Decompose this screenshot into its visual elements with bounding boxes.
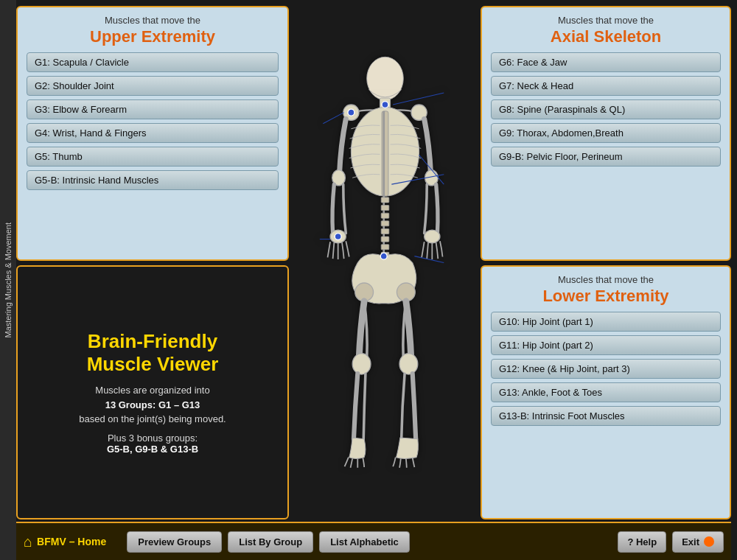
home-label: BFMV – Home xyxy=(37,536,106,547)
group-button-g1[interactable]: G1: Scapula / Clavicle xyxy=(27,52,279,72)
group-button-g2[interactable]: G2: Shoulder Joint xyxy=(27,76,279,96)
home-icon: ⌂ xyxy=(24,533,32,550)
svg-rect-5 xyxy=(381,206,389,211)
svg-rect-10 xyxy=(381,245,389,250)
skeleton-wrapper xyxy=(293,6,476,519)
group-button-g9b[interactable]: G9-B: Pelvic Floor, Perineum xyxy=(491,147,721,167)
group-button-g12[interactable]: G12: Knee (& Hip Joint, part 3) xyxy=(491,359,721,379)
svg-point-24 xyxy=(380,253,387,259)
group-button-g5[interactable]: G5: Thumb xyxy=(27,147,279,167)
axial-skeleton-subtitle: Muscles that move the xyxy=(491,15,721,26)
list-alphabetic-button[interactable]: List Alphabetic xyxy=(319,531,410,553)
svg-rect-7 xyxy=(381,221,389,226)
svg-rect-4 xyxy=(381,197,389,203)
preview-groups-button[interactable]: Preview Groups xyxy=(127,531,222,553)
svg-point-25 xyxy=(335,234,341,240)
skeleton-illustration xyxy=(313,29,457,497)
side-label: Mastering Muscles & Movement xyxy=(0,0,16,560)
svg-line-27 xyxy=(393,93,444,105)
brain-friendly-bonus: Plus 3 bonus groups: G5-B, G9-B & G13-B xyxy=(107,433,198,455)
svg-point-23 xyxy=(382,102,388,108)
help-button[interactable]: ? Help xyxy=(618,531,666,553)
svg-rect-6 xyxy=(381,213,389,218)
axial-groups-container: G6: Face & JawG7: Neck & HeadG8: Spine (… xyxy=(491,52,721,167)
home-button[interactable]: ⌂ BFMV – Home xyxy=(24,533,106,550)
group-button-g6[interactable]: G6: Face & Jaw xyxy=(491,52,721,72)
skeleton-center xyxy=(293,6,476,519)
upper-extremity-panel: Muscles that move the Upper Extremity G1… xyxy=(16,6,289,261)
upper-extremity-title: Upper Extremity xyxy=(27,27,279,46)
lower-extremity-subtitle: Muscles that move the xyxy=(491,274,721,285)
svg-point-22 xyxy=(347,109,354,116)
svg-point-21 xyxy=(424,230,439,243)
axial-skeleton-panel: Muscles that move the Axial Skeleton G6:… xyxy=(481,6,731,261)
list-by-group-button[interactable]: List By Group xyxy=(228,531,313,553)
group-button-g3[interactable]: G3: Elbow & Forearm xyxy=(27,99,279,119)
exit-dot xyxy=(704,536,714,547)
svg-rect-8 xyxy=(381,228,389,234)
brain-friendly-description: Muscles are organized into 13 Groups: G1… xyxy=(79,383,226,427)
group-button-g5b[interactable]: G5-B: Intrinsic Hand Muscles xyxy=(27,170,279,190)
brain-friendly-title: Brain-FriendlyMuscle Viewer xyxy=(87,330,219,376)
axial-skeleton-title: Axial Skeleton xyxy=(491,27,721,46)
upper-groups-container: G1: Scapula / ClavicleG2: Shoulder Joint… xyxy=(27,52,279,190)
lower-groups-container: G10: Hip Joint (part 1)G11: Hip Joint (p… xyxy=(491,312,721,426)
svg-line-26 xyxy=(323,113,343,124)
svg-point-14 xyxy=(352,354,371,374)
group-button-g8[interactable]: G8: Spine (Paraspinals & QL) xyxy=(491,99,721,119)
brain-friendly-panel: Brain-FriendlyMuscle Viewer Muscles are … xyxy=(16,265,289,520)
lower-extremity-title: Lower Extremity xyxy=(491,287,721,306)
group-button-g10[interactable]: G10: Hip Joint (part 1) xyxy=(491,312,721,332)
group-button-g13[interactable]: G13: Ankle, Foot & Toes xyxy=(491,382,721,402)
toolbar: ⌂ BFMV – Home Preview Groups List By Gro… xyxy=(16,522,731,560)
svg-point-15 xyxy=(399,354,418,374)
upper-extremity-subtitle: Muscles that move the xyxy=(27,15,279,26)
main-content: Muscles that move the Upper Extremity G1… xyxy=(16,6,731,519)
group-button-g4[interactable]: G4: Wrist, Hand & Fingers xyxy=(27,123,279,143)
exit-button[interactable]: Exit xyxy=(672,531,724,553)
group-button-g13b[interactable]: G13-B: Intrinsic Foot Muscles xyxy=(491,406,721,426)
svg-rect-3 xyxy=(382,111,388,196)
group-button-g9[interactable]: G9: Thorax, Abdomen,Breath xyxy=(491,123,721,143)
svg-line-30 xyxy=(414,256,444,263)
group-button-g7[interactable]: G7: Neck & Head xyxy=(491,76,721,96)
group-button-g11[interactable]: G11: Hip Joint (part 2) xyxy=(491,335,721,355)
lower-extremity-panel: Muscles that move the Lower Extremity G1… xyxy=(481,265,731,520)
svg-rect-9 xyxy=(381,237,389,242)
